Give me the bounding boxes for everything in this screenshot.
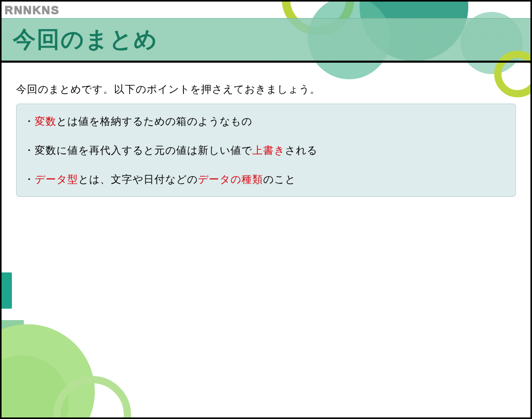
text: される bbox=[285, 145, 318, 156]
divider bbox=[2, 61, 530, 63]
intro-text: 今回のまとめです。以下のポイントを押さえておきましょう。 bbox=[16, 82, 516, 96]
title-bar: 今回のまとめ bbox=[2, 18, 530, 61]
bullet: ・ bbox=[24, 174, 35, 185]
text: 変数に値を再代入すると元の値は新しい値で bbox=[35, 145, 252, 156]
list-item: ・変数とは値を格納するための箱のようなもの bbox=[24, 113, 508, 129]
slide: RNNKNS 今回のまとめ 今回のまとめです。以下のポイントを押さえておきましょ… bbox=[0, 0, 532, 419]
logo: RNNKNS bbox=[5, 4, 60, 17]
content: 今回のまとめです。以下のポイントを押さえておきましょう。 ・変数とは値を格納する… bbox=[2, 62, 530, 197]
header: RNNKNS 今回のまとめ bbox=[2, 2, 530, 62]
accent-text: データ型 bbox=[35, 174, 78, 185]
text: とは値を格納するための箱のようなもの bbox=[56, 115, 252, 127]
page-title: 今回のまとめ bbox=[13, 24, 158, 55]
accent-text: データの種類 bbox=[198, 174, 263, 185]
accent-text: 変数 bbox=[35, 115, 56, 127]
points-box: ・変数とは値を格納するための箱のようなもの ・変数に値を再代入すると元の値は新し… bbox=[16, 104, 516, 197]
text: とは、文字や日付などの bbox=[78, 174, 198, 185]
text: のこと bbox=[263, 174, 296, 185]
decor-bar bbox=[0, 272, 12, 309]
accent-text: 上書き bbox=[252, 145, 285, 156]
list-item: ・変数に値を再代入すると元の値は新しい値で上書きされる bbox=[24, 142, 508, 158]
bullet: ・ bbox=[24, 115, 35, 127]
bullet: ・ bbox=[24, 145, 35, 156]
list-item: ・データ型とは、文字や日付などのデータの種類のこと bbox=[24, 171, 508, 187]
